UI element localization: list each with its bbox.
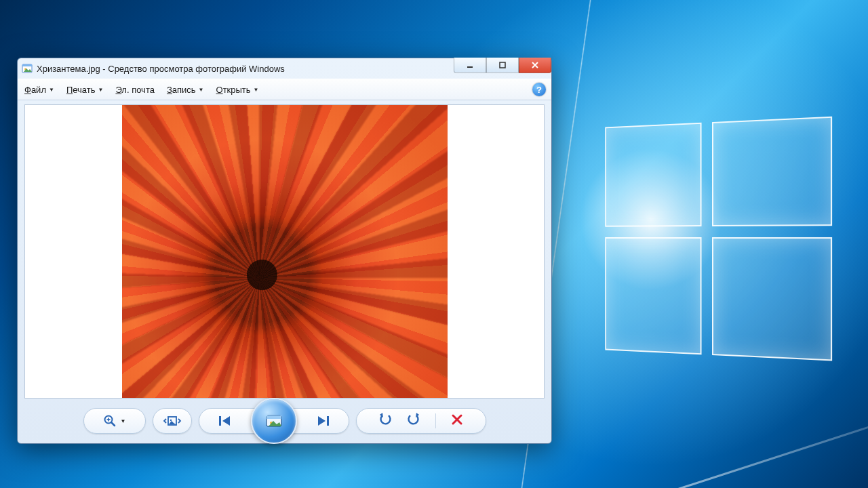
svg-rect-4 — [500, 62, 505, 68]
delete-button[interactable] — [451, 413, 463, 428]
svg-rect-13 — [267, 415, 281, 419]
fit-to-window-icon — [164, 415, 180, 427]
rotate-left-icon — [378, 413, 392, 426]
next-button[interactable] — [297, 415, 349, 427]
separator — [435, 413, 436, 428]
menu-file[interactable]: Файл▼ — [24, 85, 54, 95]
previous-button[interactable] — [199, 415, 251, 427]
minimize-button[interactable] — [454, 58, 486, 73]
menu-open[interactable]: Открыть▼ — [216, 85, 259, 95]
maximize-button[interactable] — [486, 58, 519, 73]
svg-rect-11 — [219, 416, 221, 426]
menu-open-label: Открыть — [216, 85, 251, 95]
rotate-cw-button[interactable] — [407, 413, 420, 429]
chevron-down-icon: ▼ — [121, 418, 126, 424]
photo-viewer-window: Хризантема.jpg - Средство просмотра фото… — [17, 58, 552, 444]
zoom-button[interactable]: ▼ — [83, 408, 146, 434]
rotate-ccw-button[interactable] — [378, 413, 392, 429]
menu-burn[interactable]: Запись▼ — [167, 85, 204, 95]
slideshow-button[interactable] — [251, 398, 297, 444]
windows-logo — [605, 117, 829, 358]
navigation-group — [199, 408, 349, 434]
menu-email-label: Эл. почта — [115, 85, 155, 95]
slideshow-icon — [264, 412, 284, 430]
extra-controls — [356, 408, 486, 434]
close-button[interactable] — [519, 58, 551, 73]
control-bar: ▼ — [18, 399, 551, 443]
viewport-padding-right — [448, 105, 545, 398]
menu-print-label: Печать — [66, 85, 96, 95]
menu-email[interactable]: Эл. почта — [115, 85, 155, 95]
image-viewport[interactable] — [24, 104, 545, 399]
menu-file-label: Файл — [24, 85, 46, 95]
next-icon — [315, 415, 330, 427]
displayed-image — [122, 105, 448, 398]
desktop-wallpaper: Хризантема.jpg - Средство просмотра фото… — [0, 0, 868, 488]
previous-icon — [218, 415, 233, 427]
magnifier-plus-icon — [103, 414, 117, 428]
svg-rect-15 — [327, 416, 329, 426]
app-icon — [22, 63, 33, 74]
window-controls — [454, 58, 551, 73]
svg-rect-1 — [22, 64, 32, 66]
window-title: Хризантема.jpg - Средство просмотра фото… — [37, 64, 285, 74]
help-button[interactable]: ? — [532, 83, 546, 96]
menubar: Файл▼ Печать▼ Эл. почта Запись▼ Открыть▼… — [18, 79, 551, 100]
svg-line-6 — [111, 423, 115, 426]
titlebar[interactable]: Хризантема.jpg - Средство просмотра фото… — [18, 58, 551, 79]
rotate-right-icon — [407, 413, 420, 426]
viewport-padding-left — [25, 105, 122, 398]
delete-icon — [451, 413, 463, 426]
svg-point-10 — [170, 420, 171, 421]
menu-burn-label: Запись — [167, 85, 196, 95]
fit-window-button[interactable] — [153, 408, 192, 434]
menu-print[interactable]: Печать▼ — [66, 85, 104, 95]
